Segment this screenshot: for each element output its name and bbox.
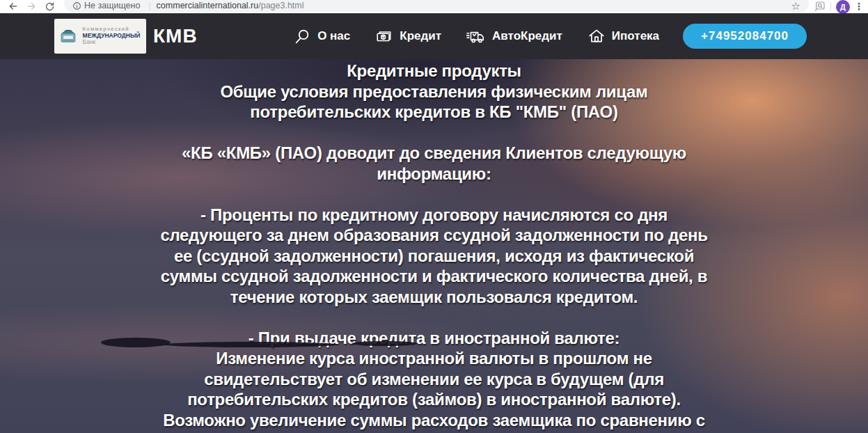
- hero-text-line: [0, 184, 868, 205]
- hero-text-line: течение которых заемщик пользовался кред…: [0, 287, 868, 308]
- hero-section: Кредитные продукты Общие условия предост…: [0, 59, 868, 433]
- hero-text-line: потребительских кредитов в КБ "КМБ" (ПАО…: [0, 102, 868, 123]
- nav-label: О нас: [317, 29, 350, 43]
- island-silhouette: [352, 341, 418, 346]
- hero-text-line: следующего за днем образования ссудной з…: [0, 225, 868, 246]
- nav-label: Ипотека: [612, 29, 659, 43]
- hero-text-line: информацию:: [0, 164, 868, 184]
- info-icon: [72, 1, 81, 10]
- url-domain: commercialinternational.ru: [157, 1, 259, 10]
- nav-item-autocredit[interactable]: АвтоКредит: [466, 27, 562, 45]
- browser-menu-icon[interactable]: ⋮: [854, 1, 864, 12]
- home-icon: [587, 27, 606, 45]
- nav-item-mortgage[interactable]: Ипотека: [587, 27, 659, 45]
- hero-text-line: суммы ссудной задолженности и фактическо…: [0, 266, 868, 287]
- browser-toolbar: Не защищено | commercialinternational.ru…: [0, 0, 868, 13]
- hero-text-line: Изменение курса иностранной валюты в про…: [0, 348, 868, 369]
- hero-text-line: ее (ссудной задолженности) погашения, ис…: [0, 246, 868, 267]
- hero-text-line: - Проценты по кредитному договору начисл…: [0, 205, 868, 226]
- forward-button[interactable]: [22, 0, 40, 13]
- truck-icon: [466, 27, 486, 45]
- hero-text-line: ожидаемой суммой расходов в рублях: [0, 430, 868, 433]
- url-path: /page3.html: [258, 1, 303, 10]
- island-silhouette: [164, 342, 338, 347]
- nav-item-credit[interactable]: Кредит: [375, 27, 441, 45]
- logo-line2: МЕЖДУНАРОДНЫЙ Банк: [83, 33, 142, 47]
- nav-item-about[interactable]: О нас: [294, 28, 350, 45]
- url-separator: |: [148, 1, 150, 10]
- toolbar-right-cluster: Д ⋮: [814, 0, 864, 13]
- money-icon: [375, 27, 393, 45]
- bank-logo-text: Коммерческий МЕЖДУНАРОДНЫЙ Банк: [83, 26, 142, 46]
- hero-text-line: потребительских кредитов (займов) в инос…: [0, 389, 868, 410]
- bank-logo-icon: [58, 24, 79, 49]
- reload-icon: [45, 1, 55, 12]
- profile-avatar[interactable]: Д: [836, 0, 850, 13]
- nav-label: Кредит: [400, 29, 441, 43]
- reload-button[interactable]: [40, 0, 58, 13]
- phone-button[interactable]: +74952084700: [683, 24, 807, 49]
- bookmark-star-icon[interactable]: ☆: [791, 1, 800, 10]
- search-extension-icon[interactable]: [814, 1, 826, 12]
- bank-logo[interactable]: Коммерческий МЕЖДУНАРОДНЫЙ Банк: [54, 19, 146, 54]
- site-header: Коммерческий МЕЖДУНАРОДНЫЙ Банк КМВ О на…: [0, 13, 868, 59]
- hero-text-line: [0, 123, 868, 143]
- toolbar-divider: [830, 2, 831, 11]
- hero-text-line: свидетельствует об изменении ее курса в …: [0, 369, 868, 390]
- back-button[interactable]: [4, 0, 22, 13]
- hero-text-line: «КБ «КМБ» (ПАО) доводит до сведения Клие…: [0, 143, 868, 164]
- security-label: Не защищено: [84, 1, 140, 10]
- brand-title: КМВ: [153, 25, 198, 47]
- nav-label: АвтоКредит: [492, 29, 562, 43]
- address-bar[interactable]: Не защищено | commercialinternational.ru…: [64, 0, 809, 13]
- hero-text-line: Возможно увеличение суммы расходов заемщ…: [0, 410, 868, 431]
- hero-text-line: Кредитные продукты: [0, 61, 868, 81]
- main-nav: О нас Кредит АвтоКредит Ипотека: [294, 27, 659, 45]
- arrow-right-icon: [26, 1, 37, 12]
- search-icon: [294, 28, 311, 45]
- hero-text-line: [0, 307, 868, 328]
- island-silhouette: [101, 338, 171, 347]
- hero-text-line: Общие условия предоставления физическим …: [0, 81, 868, 102]
- arrow-left-icon: [8, 1, 19, 12]
